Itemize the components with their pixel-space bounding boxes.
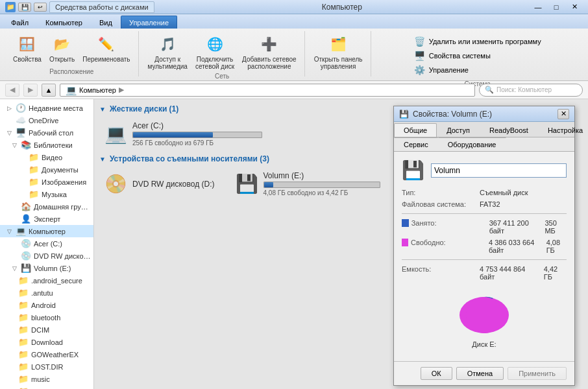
sidebar-item-goweather[interactable]: 📁 GOWeatherEX	[0, 348, 93, 360]
sidebar-item-android-secure[interactable]: 📁 .android_secure	[0, 274, 93, 287]
sidebar-item-android[interactable]: 📁 Android	[0, 299, 93, 311]
quick-access-undo[interactable]: ↩	[34, 3, 47, 12]
sidebar-item-libraries[interactable]: ▽ 📚 Библиотеки	[0, 139, 93, 151]
up-button[interactable]: ▲	[42, 84, 56, 97]
sidebar-item-download[interactable]: 📁 Download	[0, 336, 93, 348]
tab-view[interactable]: Вид	[91, 16, 121, 29]
folder-icon: 📁	[18, 312, 29, 322]
folder-icon: 📁	[18, 337, 29, 347]
quick-access-save[interactable]: 💾	[18, 3, 31, 12]
properties-label: Свойства	[13, 56, 42, 63]
sidebar-item-acer[interactable]: 💿 Acer (C:)	[0, 237, 93, 250]
ribbon-btn-uninstall[interactable]: 🗑️ Удалить или изменить программу	[411, 35, 544, 48]
address-field[interactable]: 💻 Компьютер ▶	[60, 84, 475, 97]
sidebar-item-volumn[interactable]: ▽ 💾 Volumn (E:)	[0, 262, 93, 274]
sidebar-item-dvd[interactable]: 💿 DVD RW дисковод (	[0, 250, 93, 262]
sidebar-item-label: Download	[31, 338, 63, 346]
ribbon-group-system: 🗑️ Удалить или изменить программу 🖥️ Сво…	[373, 31, 583, 77]
tab-manage[interactable]: Управление	[121, 16, 177, 29]
manage-label: Управление	[429, 66, 469, 74]
sidebar-item-video[interactable]: 📁 Видео	[0, 151, 93, 163]
sidebar-item-antutu[interactable]: 📁 .antutu	[0, 287, 93, 299]
manage-icon: ⚙️	[414, 65, 425, 75]
disk-icon: 💾	[402, 159, 424, 181]
system-items: 🗑️ Удалить или изменить программу 🖥️ Сво…	[409, 32, 546, 79]
dialog-title-text: Свойства: Volumn (E:)	[413, 110, 492, 119]
dialog-tab-access[interactable]: Доступ	[437, 123, 480, 137]
sidebar-item-docs[interactable]: 📁 Документы	[0, 163, 93, 176]
back-button[interactable]: ◀	[5, 84, 19, 97]
sidebar-item-label: DVD RW дисковод (	[34, 252, 91, 260]
ok-button[interactable]: ОК	[421, 367, 452, 380]
ribbon-btn-netdisk[interactable]: 🌐 Подключитьсетевой диск	[193, 32, 237, 71]
sidebar-item-desktop[interactable]: ▽ 🖥️ Рабочий стол	[0, 126, 93, 139]
sidebar-item-computer[interactable]: ▽ 💻 Компьютер	[0, 225, 93, 237]
free-bytes: 4 386 033 664 байт	[489, 239, 541, 254]
tab-computer[interactable]: Компьютер	[37, 16, 91, 29]
type-label: Тип:	[402, 189, 480, 196]
fs-row: Файловая система: FAT32	[402, 200, 567, 208]
capacity-size: 4,42 ГБ	[544, 265, 567, 281]
window-title: Компьютер	[154, 3, 530, 12]
folder-icon: 📁	[18, 325, 29, 335]
uninstall-icon: 🗑️	[414, 36, 425, 47]
dialog-tab-hardware[interactable]: Оборудование	[438, 137, 506, 151]
fs-label: Файловая система:	[402, 200, 480, 208]
sidebar-item-homegroup[interactable]: 🏠 Домашняя группа	[0, 200, 93, 213]
ribbon-btn-manage[interactable]: ⚙️ Управление	[411, 64, 544, 77]
breadcrumb-text: Компьютер	[79, 86, 116, 94]
ribbon-tab-disks[interactable]: Средства работы с дисками	[49, 1, 154, 13]
sidebar-item-lost[interactable]: 📁 LOST.DIR	[0, 360, 93, 373]
sidebar-item-images[interactable]: 📁 Изображения	[0, 176, 93, 188]
folder-icon: 📁	[18, 276, 29, 285]
cancel-button[interactable]: Отмена	[456, 367, 504, 380]
ribbon-btn-netloc[interactable]: ➕ Добавить сетевоерасположение	[239, 32, 299, 71]
sidebar-item-photo[interactable]: 📁 photo	[0, 385, 93, 389]
sidebar-item-dcim[interactable]: 📁 DCIM	[0, 324, 93, 336]
sidebar-item-bluetooth[interactable]: 📁 bluetooth	[0, 311, 93, 324]
pie-chart-container: Диск E:	[402, 286, 567, 348]
ribbon-btn-properties[interactable]: 🪟 Свойства	[10, 32, 44, 64]
forward-button[interactable]: ▶	[23, 84, 38, 97]
tab-file[interactable]: Файл	[3, 16, 37, 29]
dialog-tab-general[interactable]: Общие	[394, 123, 437, 137]
search-box[interactable]: 🔍 Поиск: Компьютер	[479, 84, 583, 97]
usb-icon: 💾	[21, 263, 31, 273]
sidebar-item-label: GOWeatherEX	[31, 351, 79, 359]
dialog-title-bar: 💾 Свойства: Volumn (E:) ✕	[394, 106, 574, 122]
close-button[interactable]: ✕	[566, 1, 583, 13]
apply-button[interactable]: Применить	[508, 367, 567, 380]
dialog-tab-service[interactable]: Сервис	[394, 137, 438, 151]
properties-icon: 🪟	[17, 34, 38, 54]
sidebar-item-recent[interactable]: ▷ 🕐 Недавние места	[0, 102, 93, 114]
sidebar-item-music[interactable]: 📁 Музыка	[0, 188, 93, 200]
sidebar-item-label: Документы	[42, 166, 79, 174]
ribbon-btn-open[interactable]: 📂 Открыть	[47, 32, 77, 64]
computer-icon: 💻	[16, 226, 26, 236]
dialog-tab-readyboost[interactable]: ReadyBoost	[480, 123, 538, 137]
panel-label: Открыть панельуправления	[314, 56, 363, 70]
sidebar-item-expert[interactable]: 👤 Эксперт	[0, 213, 93, 225]
ribbon-btn-rename[interactable]: ✏️ Переименовать	[80, 32, 132, 64]
expand-icon: ▽	[10, 265, 18, 272]
folder-icon: 📁	[18, 374, 29, 384]
sidebar-item-label: Домашняя группа	[34, 203, 91, 211]
rename-label: Переименовать	[82, 56, 130, 63]
sidebar-item-music[interactable]: 📁 music	[0, 373, 93, 385]
computer-icon: 💻	[66, 85, 77, 95]
ribbon-group-items: 🪟 Свойства 📂 Открыть ✏️ Переименовать	[10, 32, 133, 67]
ribbon-btn-media[interactable]: 🎵 Доступ кмультимедиа	[145, 32, 190, 71]
sidebar-item-label: Недавние места	[29, 104, 83, 112]
folder-icon: 📁	[29, 177, 39, 187]
minimize-button[interactable]: —	[530, 1, 546, 13]
expand-icon: ▽	[5, 130, 13, 136]
sidebar-item-label: Android	[31, 301, 56, 309]
ribbon-btn-sysprops[interactable]: 🖥️ Свойства системы	[411, 49, 544, 62]
dialog-tab-settings[interactable]: Настройка	[538, 123, 588, 137]
dialog-close-button[interactable]: ✕	[557, 109, 569, 119]
volume-name-input[interactable]	[431, 163, 567, 178]
sidebar-item-onedrive[interactable]: ☁️ OneDrive	[0, 114, 93, 126]
maximize-button[interactable]: □	[548, 1, 565, 13]
ribbon-btn-panel[interactable]: 🗂️ Открыть панельуправления	[312, 32, 365, 71]
folder-icon: 📁	[29, 165, 39, 174]
